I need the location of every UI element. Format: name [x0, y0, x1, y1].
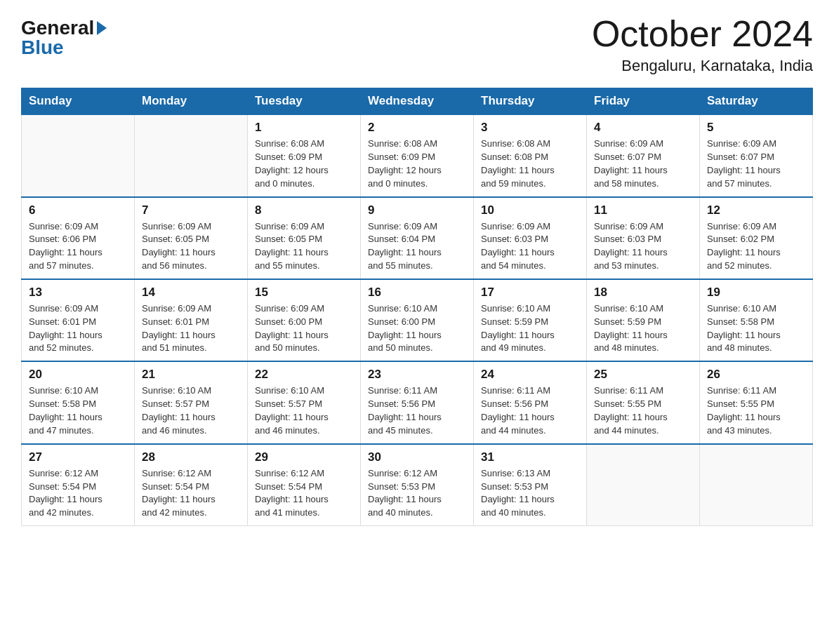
day-info: Sunrise: 6:09 AM Sunset: 6:03 PM Dayligh…	[481, 220, 579, 273]
day-info: Sunrise: 6:11 AM Sunset: 5:55 PM Dayligh…	[594, 384, 692, 437]
header-sunday: Sunday	[22, 88, 135, 115]
day-number: 13	[29, 286, 127, 300]
day-cell: 13Sunrise: 6:09 AM Sunset: 6:01 PM Dayli…	[22, 279, 135, 361]
week-row-5: 27Sunrise: 6:12 AM Sunset: 5:54 PM Dayli…	[22, 444, 813, 526]
calendar-table: SundayMondayTuesdayWednesdayThursdayFrid…	[21, 88, 813, 526]
day-number: 18	[594, 286, 692, 300]
day-info: Sunrise: 6:11 AM Sunset: 5:55 PM Dayligh…	[707, 384, 805, 437]
day-cell: 11Sunrise: 6:09 AM Sunset: 6:03 PM Dayli…	[587, 197, 700, 279]
day-number: 20	[29, 368, 127, 382]
day-number: 3	[481, 121, 579, 135]
day-number: 26	[707, 368, 805, 382]
weekday-header-row: SundayMondayTuesdayWednesdayThursdayFrid…	[22, 88, 813, 115]
day-number: 6	[29, 203, 127, 217]
day-info: Sunrise: 6:11 AM Sunset: 5:56 PM Dayligh…	[481, 384, 579, 437]
day-cell: 10Sunrise: 6:09 AM Sunset: 6:03 PM Dayli…	[474, 197, 587, 279]
day-info: Sunrise: 6:09 AM Sunset: 6:04 PM Dayligh…	[368, 220, 466, 273]
calendar-body: 1Sunrise: 6:08 AM Sunset: 6:09 PM Daylig…	[22, 114, 813, 525]
header-saturday: Saturday	[700, 88, 813, 115]
day-cell: 19Sunrise: 6:10 AM Sunset: 5:58 PM Dayli…	[700, 279, 813, 361]
day-info: Sunrise: 6:12 AM Sunset: 5:54 PM Dayligh…	[255, 467, 353, 520]
day-info: Sunrise: 6:09 AM Sunset: 6:01 PM Dayligh…	[29, 302, 127, 355]
day-number: 30	[368, 450, 466, 464]
day-cell	[587, 444, 700, 526]
week-row-2: 6Sunrise: 6:09 AM Sunset: 6:06 PM Daylig…	[22, 197, 813, 279]
day-info: Sunrise: 6:08 AM Sunset: 6:09 PM Dayligh…	[255, 137, 353, 190]
day-cell: 21Sunrise: 6:10 AM Sunset: 5:57 PM Dayli…	[135, 361, 248, 443]
day-info: Sunrise: 6:08 AM Sunset: 6:09 PM Dayligh…	[368, 137, 466, 190]
day-cell: 20Sunrise: 6:10 AM Sunset: 5:58 PM Dayli…	[22, 361, 135, 443]
day-info: Sunrise: 6:09 AM Sunset: 6:07 PM Dayligh…	[707, 137, 805, 190]
day-number: 22	[255, 368, 353, 382]
day-info: Sunrise: 6:09 AM Sunset: 6:03 PM Dayligh…	[594, 220, 692, 273]
day-info: Sunrise: 6:08 AM Sunset: 6:08 PM Dayligh…	[481, 137, 579, 190]
day-cell	[700, 444, 813, 526]
day-cell: 4Sunrise: 6:09 AM Sunset: 6:07 PM Daylig…	[587, 114, 700, 196]
day-cell: 27Sunrise: 6:12 AM Sunset: 5:54 PM Dayli…	[22, 444, 135, 526]
day-number: 21	[142, 368, 240, 382]
week-row-4: 20Sunrise: 6:10 AM Sunset: 5:58 PM Dayli…	[22, 361, 813, 443]
day-cell	[22, 114, 135, 196]
calendar-header: SundayMondayTuesdayWednesdayThursdayFrid…	[22, 88, 813, 115]
header-thursday: Thursday	[474, 88, 587, 115]
day-number: 4	[594, 121, 692, 135]
logo-triangle-icon	[97, 21, 107, 35]
day-info: Sunrise: 6:10 AM Sunset: 6:00 PM Dayligh…	[368, 302, 466, 355]
day-info: Sunrise: 6:09 AM Sunset: 6:02 PM Dayligh…	[707, 220, 805, 273]
title-area: October 2024 Bengaluru, Karnataka, India	[592, 14, 813, 75]
location-text: Bengaluru, Karnataka, India	[592, 57, 813, 75]
day-cell: 8Sunrise: 6:09 AM Sunset: 6:05 PM Daylig…	[248, 197, 361, 279]
day-cell: 28Sunrise: 6:12 AM Sunset: 5:54 PM Dayli…	[135, 444, 248, 526]
day-info: Sunrise: 6:10 AM Sunset: 5:59 PM Dayligh…	[481, 302, 579, 355]
day-info: Sunrise: 6:10 AM Sunset: 5:58 PM Dayligh…	[707, 302, 805, 355]
day-number: 16	[368, 286, 466, 300]
day-cell: 16Sunrise: 6:10 AM Sunset: 6:00 PM Dayli…	[361, 279, 474, 361]
day-number: 23	[368, 368, 466, 382]
day-info: Sunrise: 6:09 AM Sunset: 6:05 PM Dayligh…	[142, 220, 240, 273]
day-number: 29	[255, 450, 353, 464]
day-number: 19	[707, 286, 805, 300]
day-info: Sunrise: 6:09 AM Sunset: 6:07 PM Dayligh…	[594, 137, 692, 190]
day-cell: 26Sunrise: 6:11 AM Sunset: 5:55 PM Dayli…	[700, 361, 813, 443]
day-cell: 23Sunrise: 6:11 AM Sunset: 5:56 PM Dayli…	[361, 361, 474, 443]
day-info: Sunrise: 6:09 AM Sunset: 6:01 PM Dayligh…	[142, 302, 240, 355]
header-wednesday: Wednesday	[361, 88, 474, 115]
day-cell: 15Sunrise: 6:09 AM Sunset: 6:00 PM Dayli…	[248, 279, 361, 361]
day-number: 5	[707, 121, 805, 135]
day-info: Sunrise: 6:12 AM Sunset: 5:54 PM Dayligh…	[142, 467, 240, 520]
day-number: 14	[142, 286, 240, 300]
day-number: 31	[481, 450, 579, 464]
day-info: Sunrise: 6:09 AM Sunset: 6:05 PM Dayligh…	[255, 220, 353, 273]
day-number: 1	[255, 121, 353, 135]
day-cell: 18Sunrise: 6:10 AM Sunset: 5:59 PM Dayli…	[587, 279, 700, 361]
day-cell: 1Sunrise: 6:08 AM Sunset: 6:09 PM Daylig…	[248, 114, 361, 196]
day-cell: 24Sunrise: 6:11 AM Sunset: 5:56 PM Dayli…	[474, 361, 587, 443]
day-cell: 30Sunrise: 6:12 AM Sunset: 5:53 PM Dayli…	[361, 444, 474, 526]
header-monday: Monday	[135, 88, 248, 115]
day-number: 28	[142, 450, 240, 464]
day-cell: 7Sunrise: 6:09 AM Sunset: 6:05 PM Daylig…	[135, 197, 248, 279]
day-info: Sunrise: 6:10 AM Sunset: 5:57 PM Dayligh…	[255, 384, 353, 437]
day-number: 25	[594, 368, 692, 382]
day-cell: 2Sunrise: 6:08 AM Sunset: 6:09 PM Daylig…	[361, 114, 474, 196]
day-info: Sunrise: 6:12 AM Sunset: 5:53 PM Dayligh…	[368, 467, 466, 520]
day-info: Sunrise: 6:12 AM Sunset: 5:54 PM Dayligh…	[29, 467, 127, 520]
header-friday: Friday	[587, 88, 700, 115]
day-number: 12	[707, 203, 805, 217]
day-number: 9	[368, 203, 466, 217]
header-tuesday: Tuesday	[248, 88, 361, 115]
day-number: 8	[255, 203, 353, 217]
day-info: Sunrise: 6:10 AM Sunset: 5:59 PM Dayligh…	[594, 302, 692, 355]
logo: General Blue	[21, 14, 107, 58]
day-cell: 12Sunrise: 6:09 AM Sunset: 6:02 PM Dayli…	[700, 197, 813, 279]
day-info: Sunrise: 6:09 AM Sunset: 6:06 PM Dayligh…	[29, 220, 127, 273]
day-number: 27	[29, 450, 127, 464]
day-cell: 6Sunrise: 6:09 AM Sunset: 6:06 PM Daylig…	[22, 197, 135, 279]
day-info: Sunrise: 6:10 AM Sunset: 5:58 PM Dayligh…	[29, 384, 127, 437]
day-number: 24	[481, 368, 579, 382]
day-number: 17	[481, 286, 579, 300]
day-cell: 25Sunrise: 6:11 AM Sunset: 5:55 PM Dayli…	[587, 361, 700, 443]
week-row-3: 13Sunrise: 6:09 AM Sunset: 6:01 PM Dayli…	[22, 279, 813, 361]
day-cell: 31Sunrise: 6:13 AM Sunset: 5:53 PM Dayli…	[474, 444, 587, 526]
day-number: 15	[255, 286, 353, 300]
